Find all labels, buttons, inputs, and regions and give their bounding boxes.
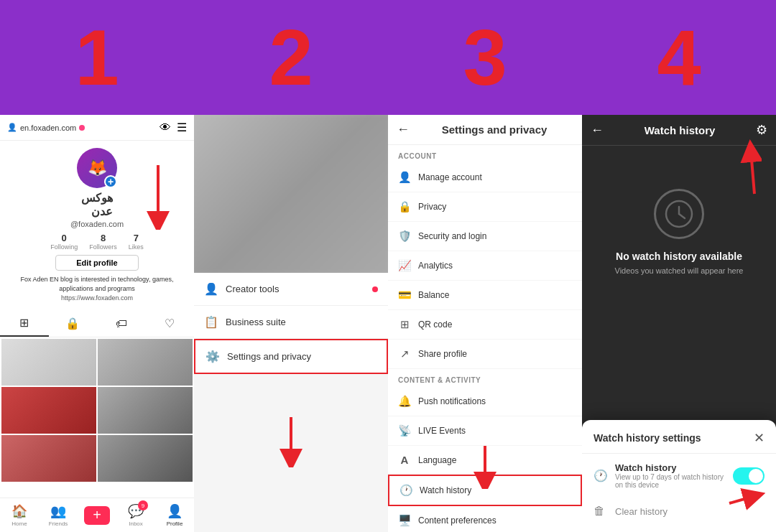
- watch-history-empty: No watch history available Videos you wa…: [582, 146, 776, 289]
- nav-create[interactable]: +: [78, 498, 116, 532]
- profile-topbar: 👤 en.foxaden.com 👁 ☰: [0, 115, 194, 141]
- settings-privacy[interactable]: 🔒 Privacy: [388, 192, 582, 222]
- step-4-number: 4: [657, 18, 701, 97]
- clear-history-button[interactable]: 🗑 Clear history: [582, 498, 776, 525]
- settings-share-profile[interactable]: ↗ Share profile: [388, 340, 582, 369]
- eye-icon[interactable]: 👁: [160, 121, 171, 134]
- menu-item-business-label: Business suite: [226, 317, 286, 327]
- balance-label: Balance: [418, 290, 449, 300]
- settings-watch-history[interactable]: 🕐 Watch history: [388, 475, 582, 506]
- avatar: 🦊 +: [77, 148, 117, 188]
- content-preferences-icon: 🖥️: [398, 514, 411, 527]
- settings-live-events[interactable]: 📡 LIVE Events: [388, 416, 582, 446]
- menu-item-settings[interactable]: ⚙️ Settings and privacy: [194, 339, 388, 374]
- video-thumb-3[interactable]: [1, 387, 96, 434]
- svg-line-8: [679, 214, 685, 218]
- watch-history-empty-title: No watch history available: [616, 251, 742, 262]
- profile-icon-nav: 👤: [167, 503, 183, 519]
- settings-push-notifications[interactable]: 🔔 Push notifications: [388, 387, 582, 416]
- creator-dot: [372, 286, 378, 292]
- video-thumb-1[interactable]: [1, 339, 96, 386]
- language-label: Language: [418, 455, 456, 465]
- watch-history-header: ← Watch history ⚙: [582, 115, 776, 146]
- profile-link[interactable]: https://www.foxaden.com: [61, 294, 133, 302]
- tab-lock[interactable]: 🔒: [49, 310, 98, 337]
- manage-account-icon: 👤: [398, 171, 411, 184]
- likes-stat: 7 Likes: [129, 233, 144, 251]
- settings-qr-code[interactable]: ⊞ QR code: [388, 310, 582, 340]
- nav-profile[interactable]: 👤 Profile: [155, 498, 194, 532]
- nav-home-label: Home: [11, 521, 27, 527]
- manage-account-label: Manage account: [418, 172, 482, 182]
- watch-history-back-button[interactable]: ←: [591, 123, 604, 138]
- edit-profile-button[interactable]: Edit profile: [55, 255, 138, 271]
- profile-center: 🦊 + هوكسعدن @foxaden.com 0 Following 8 F…: [0, 141, 194, 306]
- menu-item-settings-label: Settings and privacy: [227, 351, 311, 362]
- video-thumb-4[interactable]: [98, 387, 193, 434]
- analytics-label: Analytics: [418, 261, 453, 271]
- settings-title: Settings and privacy: [415, 123, 573, 136]
- balance-icon: 💳: [398, 289, 411, 302]
- menu-item-business-suite[interactable]: 📋 Business suite: [194, 306, 388, 339]
- video-thumb-6[interactable]: [98, 435, 193, 482]
- tab-grid[interactable]: ⊞: [0, 310, 49, 337]
- watch-history-toggle[interactable]: [733, 467, 765, 485]
- settings-language[interactable]: A Language: [388, 446, 582, 475]
- step-3-number: 3: [463, 18, 507, 97]
- business-suite-icon: 📋: [204, 315, 218, 329]
- qr-label: QR code: [418, 319, 452, 330]
- privacy-label: Privacy: [418, 202, 446, 212]
- settings-icon: ⚙️: [205, 350, 220, 363]
- settings-header: ← Settings and privacy: [388, 115, 582, 145]
- followers-count: 8: [101, 233, 106, 243]
- settings-back-button[interactable]: ←: [397, 122, 410, 137]
- menu-item-creator-label: Creator tools: [226, 284, 279, 294]
- video-thumb-5[interactable]: [1, 435, 96, 482]
- sheet-watch-history-item: 🕐 Watch history View up to 7 days of wat…: [582, 454, 776, 498]
- clock-circle-icon: [654, 189, 704, 239]
- blurred-videos: [194, 115, 388, 273]
- watch-history-settings-sheet: Watch history settings ✕ 🕐 Watch history…: [582, 420, 776, 532]
- panel-2-menu: 👤 Creator tools 📋 Business suite ⚙️ Sett…: [194, 115, 388, 532]
- watch-history-gear-icon[interactable]: ⚙: [756, 122, 767, 138]
- language-icon: A: [398, 454, 411, 466]
- bottom-navigation: 🏠 Home 👥 Friends + 💬 9 Inbox: [0, 498, 194, 532]
- nav-inbox-label: Inbox: [129, 521, 143, 527]
- nav-home[interactable]: 🏠 Home: [0, 498, 39, 532]
- tab-heart[interactable]: ♡: [146, 310, 195, 337]
- settings-security[interactable]: 🛡️ Security and login: [388, 222, 582, 251]
- content-preferences-label: Content preferences: [418, 515, 496, 526]
- nav-inbox[interactable]: 💬 9 Inbox: [116, 498, 155, 532]
- settings-balance[interactable]: 💳 Balance: [388, 281, 582, 310]
- profile-url: en.foxaden.com: [20, 123, 76, 132]
- sheet-close-button[interactable]: ✕: [754, 430, 765, 446]
- panel-3-settings: ← Settings and privacy ACCOUNT 👤 Manage …: [388, 115, 582, 532]
- menu-list: 👤 Creator tools 📋 Business suite ⚙️ Sett…: [194, 273, 388, 374]
- settings-manage-account[interactable]: 👤 Manage account: [388, 163, 582, 192]
- avatar-add-button[interactable]: +: [104, 175, 117, 188]
- sheet-clock-icon: 🕐: [593, 469, 608, 482]
- account-section-label: ACCOUNT: [388, 145, 582, 163]
- nav-profile-label: Profile: [167, 521, 183, 527]
- settings-analytics[interactable]: 📈 Analytics: [388, 251, 582, 281]
- menu-item-creator-tools[interactable]: 👤 Creator tools: [194, 273, 388, 306]
- profile-handle: @foxaden.com: [70, 220, 124, 228]
- privacy-icon: 🔒: [398, 200, 411, 213]
- sheet-header: Watch history settings ✕: [582, 420, 776, 454]
- create-button[interactable]: +: [84, 506, 110, 525]
- settings-content-preferences[interactable]: 🖥️ Content preferences: [388, 506, 582, 532]
- profile-stats: 0 Following 8 Followers 7 Likes: [50, 233, 144, 251]
- menu-icon[interactable]: ☰: [177, 121, 187, 134]
- home-icon: 🏠: [11, 503, 27, 519]
- video-thumb-2[interactable]: [98, 339, 193, 386]
- panel-1-profile: 👤 en.foxaden.com 👁 ☰ 🦊 + هوكسعدن @foxade…: [0, 115, 194, 532]
- followers-stat: 8 Followers: [89, 233, 117, 251]
- live-events-label: LIVE Events: [418, 426, 466, 436]
- nav-friends[interactable]: 👥 Friends: [39, 498, 78, 532]
- live-dot: [79, 125, 85, 131]
- push-notifications-icon: 🔔: [398, 395, 411, 408]
- tab-bookmark[interactable]: 🏷: [97, 310, 146, 337]
- profile-bio: Fox Aden EN blog is interested in techno…: [6, 275, 188, 293]
- sheet-item-content: Watch history View up to 7 days of watch…: [615, 462, 726, 489]
- live-events-icon: 📡: [398, 424, 411, 437]
